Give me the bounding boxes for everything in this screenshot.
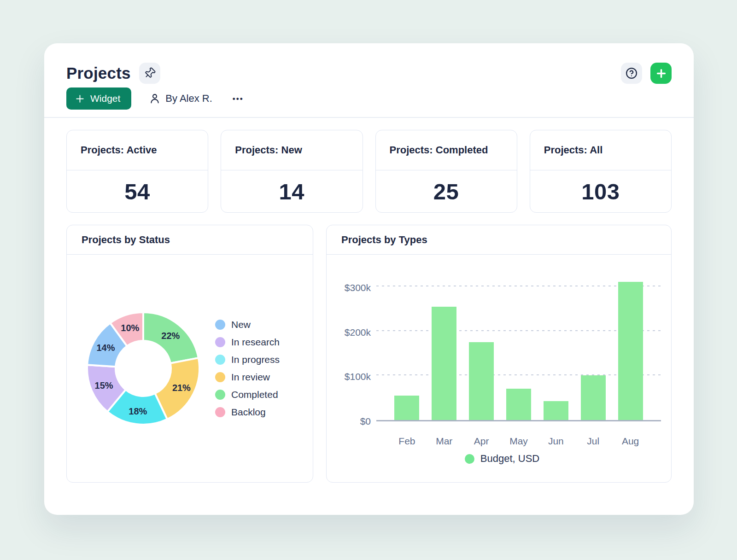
y-axis-tick: $200k	[345, 327, 371, 338]
x-axis-tick: May	[509, 436, 528, 447]
legend-item-completed[interactable]: Completed	[215, 389, 280, 400]
legend-item-in-research[interactable]: In research	[215, 337, 280, 348]
status-legend: NewIn researchIn progressIn reviewComple…	[215, 319, 280, 418]
donut-segment-value: 21%	[172, 383, 191, 393]
stat-card-title: Projects: New	[221, 130, 362, 170]
legend-dot	[215, 407, 225, 417]
add-widget-label: Widget	[90, 93, 120, 104]
bar-jun[interactable]	[544, 401, 568, 420]
pin-button[interactable]	[139, 63, 160, 84]
plus-icon	[655, 67, 667, 80]
stat-card-new[interactable]: Projects: New 14	[221, 130, 363, 213]
stat-card-all[interactable]: Projects: All 103	[530, 130, 672, 213]
help-button[interactable]	[621, 63, 642, 84]
legend-dot	[215, 320, 225, 330]
bar-plot: FebMarAprMayJunJulAug	[376, 283, 661, 421]
stat-card-title: Projects: Completed	[376, 130, 517, 170]
stat-card-value: 103	[530, 170, 671, 212]
legend-dot	[465, 454, 474, 464]
y-axis: $0$100k$200k$300k	[343, 283, 373, 421]
page-title: Projects	[66, 64, 131, 82]
x-axis-tick: Jul	[587, 436, 599, 447]
projects-by-types-card: Projects by Types $0$100k$200k$300k FebM…	[326, 225, 672, 483]
more-menu-button[interactable]: •••	[232, 92, 245, 105]
legend-label: New	[231, 319, 251, 330]
donut-segment-value: 10%	[121, 322, 139, 332]
legend-label: In research	[231, 337, 280, 348]
legend-item-in-review[interactable]: In review	[215, 372, 280, 383]
status-donut-chart: 22%21%18%15%14%10%	[83, 309, 203, 428]
projects-by-status-card: Projects by Status 22%21%18%15%14%10% Ne…	[66, 225, 313, 483]
question-mark-circle-icon	[625, 67, 638, 80]
legend-dot	[215, 355, 225, 365]
author-label: By Alex R.	[165, 93, 212, 105]
stat-card-title: Projects: All	[530, 130, 671, 170]
add-widget-button[interactable]: Widget	[66, 88, 131, 110]
stat-card-value: 25	[376, 170, 517, 212]
legend-dot	[215, 372, 225, 382]
stat-card-value: 54	[67, 170, 208, 212]
x-axis-tick: Mar	[436, 436, 452, 447]
x-axis-tick: Aug	[622, 436, 639, 447]
x-axis-tick: Apr	[474, 436, 489, 447]
legend-label: In review	[231, 372, 270, 383]
x-axis-tick: Feb	[398, 436, 415, 447]
legend-label: Backlog	[231, 407, 266, 418]
bar-slot-jul: Jul	[574, 283, 612, 420]
legend-item-backlog[interactable]: Backlog	[215, 407, 280, 418]
legend-item-in-progress[interactable]: In progress	[215, 354, 280, 365]
bar-may[interactable]	[506, 389, 531, 420]
donut-segment-value: 22%	[161, 330, 180, 340]
y-axis-tick: $0	[360, 416, 371, 427]
stat-card-title: Projects: Active	[67, 130, 208, 170]
bar-mar[interactable]	[432, 307, 456, 420]
donut-segment-value: 18%	[129, 406, 147, 416]
y-axis-tick: $300k	[345, 282, 371, 293]
stat-card-value: 14	[221, 170, 362, 212]
projects-panel: Projects	[44, 43, 694, 515]
bar-aug[interactable]	[618, 282, 643, 420]
stat-card-completed[interactable]: Projects: Completed 25	[375, 130, 517, 213]
bar-slot-apr: Apr	[463, 283, 500, 420]
bar-chart-legend[interactable]: Budget, USD	[343, 453, 661, 465]
legend-item-new[interactable]: New	[215, 319, 280, 330]
donut-segment-value: 14%	[96, 343, 115, 353]
add-button[interactable]	[650, 63, 672, 84]
types-bar-chart: $0$100k$200k$300k FebMarAprMayJunJulAug …	[327, 255, 671, 482]
donut-segment-value: 15%	[95, 380, 113, 391]
author-info: By Alex R.	[149, 93, 212, 105]
bar-jul[interactable]	[581, 375, 606, 420]
stats-row: Projects: Active 54 Projects: New 14 Pro…	[66, 130, 672, 213]
bar-slot-aug: Aug	[612, 283, 649, 420]
bar-apr[interactable]	[469, 342, 494, 420]
legend-dot	[215, 390, 225, 400]
legend-dot	[215, 337, 225, 347]
bar-slot-mar: Mar	[426, 283, 463, 420]
plus-icon	[75, 93, 85, 104]
bar-slot-may: May	[500, 283, 538, 420]
pushpin-icon	[144, 67, 156, 79]
bar-slot-jun: Jun	[537, 283, 574, 420]
legend-label: Budget, USD	[480, 453, 539, 465]
chart-title: Projects by Status	[67, 225, 313, 255]
x-axis-tick: Jun	[548, 436, 564, 447]
person-icon	[149, 93, 161, 105]
y-axis-tick: $100k	[345, 371, 371, 382]
legend-label: In progress	[231, 354, 280, 365]
legend-label: Completed	[231, 389, 278, 400]
stat-card-active[interactable]: Projects: Active 54	[66, 130, 208, 213]
bar-slot-feb: Feb	[388, 283, 426, 420]
bar-feb[interactable]	[394, 396, 419, 420]
panel-header: Projects	[44, 43, 694, 117]
chart-title: Projects by Types	[327, 225, 671, 255]
